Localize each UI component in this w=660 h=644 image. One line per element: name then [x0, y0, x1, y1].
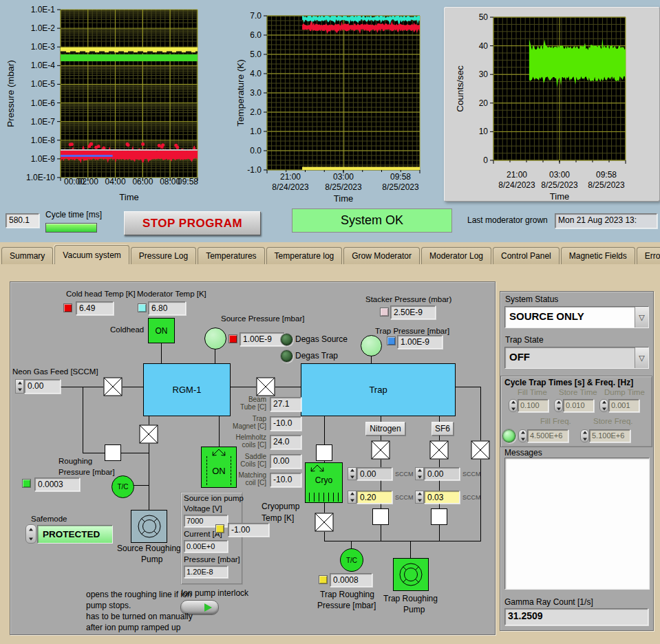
- sidebar: System Status SOURCE ONLY ▽ Trap State O…: [0, 0, 660, 644]
- fill-freq-spinner[interactable]: [518, 429, 527, 442]
- cycle-trap-title: Cycle Trap Times [s] & Freq. [Hz]: [504, 378, 633, 387]
- tab-temperatures[interactable]: Temperatures: [198, 247, 264, 264]
- dump-time-spinner[interactable]: [599, 399, 608, 412]
- fill-time-spinner[interactable]: [509, 399, 518, 412]
- system-status-value: SOURCE ONLY: [505, 307, 635, 328]
- fill-time-label: Fill Time: [518, 388, 547, 396]
- store-time-value[interactable]: 0.010: [563, 399, 594, 412]
- application-window: 1.0E-11.0E-21.0E-31.0E-41.0E-51.0E-61.0E…: [0, 0, 660, 644]
- store-freq-label: Store Freq.: [593, 417, 633, 425]
- tab-error-monitor[interactable]: Error Monitor: [637, 247, 660, 264]
- trap-state-label: Trap State: [505, 335, 544, 345]
- cycle-status-led: [502, 429, 516, 443]
- trap-state-value: OFF: [505, 347, 635, 368]
- dump-time-label: Dump Time: [604, 388, 645, 396]
- tab-summary[interactable]: Summary: [1, 247, 53, 264]
- gamma-count-value: 31.2509: [504, 608, 648, 625]
- system-status-label: System Status: [505, 294, 558, 304]
- tab-temperature-log[interactable]: Temperature log: [266, 247, 343, 264]
- store-freq-spinner[interactable]: [580, 429, 589, 442]
- store-freq-value[interactable]: 5.100E+6: [589, 429, 630, 442]
- tab-grow-moderator[interactable]: Grow Moderator: [343, 247, 420, 264]
- tab-vacuum-system[interactable]: Vacuum system: [54, 245, 129, 264]
- chevron-down-icon[interactable]: ▽: [635, 347, 648, 368]
- tab-magnetic-fields[interactable]: Magnetic Fields: [561, 247, 635, 264]
- system-status-dropdown[interactable]: SOURCE ONLY ▽: [504, 306, 649, 328]
- store-time-label: Store Time: [559, 388, 597, 396]
- gamma-count-label: Gamma Ray Count [1/s]: [504, 597, 593, 607]
- fill-freq-label: Fill Freq.: [540, 417, 571, 425]
- messages-label: Messages: [504, 448, 542, 458]
- trap-state-dropdown[interactable]: OFF ▽: [504, 347, 649, 369]
- tab-bar: SummaryVacuum systemPressure LogTemperat…: [1, 245, 660, 264]
- store-time-spinner[interactable]: [554, 399, 563, 412]
- fill-time-value[interactable]: 0.100: [518, 399, 549, 412]
- fill-freq-value[interactable]: 4.500E+6: [527, 429, 568, 442]
- chevron-down-icon[interactable]: ▽: [635, 307, 648, 328]
- tab-moderator-log[interactable]: Moderator Log: [421, 247, 491, 264]
- tab-pressure-log[interactable]: Pressure Log: [131, 247, 196, 264]
- tab-control-panel[interactable]: Control Panel: [493, 247, 560, 264]
- dump-time-value[interactable]: 0.001: [608, 399, 639, 412]
- messages-box: [504, 458, 650, 590]
